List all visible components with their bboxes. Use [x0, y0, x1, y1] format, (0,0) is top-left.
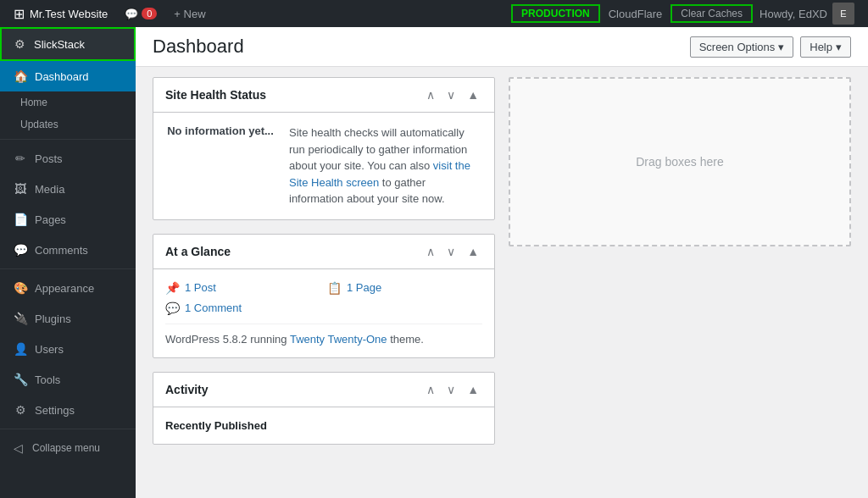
production-badge[interactable]: PRODUCTION: [511, 4, 600, 23]
health-description: Site health checks will automatically ru…: [289, 125, 482, 208]
howdy-menu[interactable]: Howdy, EdXD E: [753, 3, 861, 25]
page-header: Dashboard Screen Options ▾ Help ▾: [136, 27, 868, 67]
howdy-label: Howdy, EdXD: [760, 8, 827, 20]
sidebar-item-tools[interactable]: 🔧 Tools: [0, 364, 136, 395]
site-name-link[interactable]: ⊞ Mr.Test Website: [7, 6, 114, 22]
sidebar-subitem-home[interactable]: Home: [0, 91, 136, 113]
screen-options-label: Screen Options: [699, 41, 776, 53]
slickstack-label: SlickStack: [34, 38, 85, 51]
new-content-link[interactable]: + New: [167, 8, 212, 20]
sidebar-item-users[interactable]: 👤 Users: [0, 334, 136, 364]
posts-icon: ✏: [13, 152, 28, 165]
activity-close-icon[interactable]: ▲: [464, 381, 482, 398]
collapse-menu-button[interactable]: ◁ Collapse menu: [0, 433, 136, 463]
at-a-glance-header: At a Glance ∧ ∨ ▲: [153, 235, 494, 269]
appearance-label: Appearance: [35, 282, 94, 295]
activity-collapse-up-icon[interactable]: ∧: [423, 381, 438, 398]
clear-caches-button[interactable]: Clear Caches: [670, 4, 753, 23]
site-health-title: Site Health Status: [165, 88, 266, 102]
pages-icon: 📄: [13, 213, 28, 226]
right-column: Drag boxes here: [509, 77, 851, 445]
sidebar-item-appearance[interactable]: 🎨 Appearance: [0, 273, 136, 303]
dashboard-label: Dashboard: [35, 70, 89, 83]
site-health-collapse-down-icon[interactable]: ∨: [443, 86, 459, 103]
home-label: Home: [20, 97, 47, 108]
pages-label: Pages: [35, 213, 66, 226]
sidebar-item-plugins[interactable]: 🔌 Plugins: [0, 303, 136, 334]
help-chevron-icon: ▾: [836, 41, 842, 53]
glance-theme-link[interactable]: Twenty Twenty-One: [290, 333, 387, 346]
glance-comments: 💬 1 Comment: [165, 302, 320, 315]
health-content: No information yet... Site health checks…: [165, 125, 482, 208]
site-health-body: No information yet... Site health checks…: [153, 113, 494, 219]
help-button[interactable]: Help ▾: [800, 36, 851, 58]
settings-label: Settings: [35, 404, 75, 417]
glance-comments-link[interactable]: 1 Comment: [185, 302, 242, 314]
comments-sidebar-icon: 💬: [13, 243, 28, 257]
activity-collapse-down-icon[interactable]: ∨: [443, 381, 459, 398]
cloudflare-button[interactable]: CloudFlare: [600, 8, 671, 20]
glance-posts: 📌 1 Post: [165, 281, 320, 295]
comment-icon: 💬: [125, 8, 138, 20]
menu-divider-2: [0, 268, 136, 269]
collapse-icon: ◁: [10, 441, 25, 455]
wp-logo-icon: ⊞: [14, 6, 25, 22]
at-a-glance-widget: At a Glance ∧ ∨ ▲ 📌 1 Post: [153, 234, 495, 358]
plugins-label: Plugins: [35, 313, 71, 325]
pages-glance-icon: 📋: [327, 281, 342, 295]
comments-label: Comments: [35, 244, 88, 257]
help-label: Help: [810, 41, 832, 53]
menu-divider-1: [0, 139, 136, 140]
glance-stats: 📌 1 Post 📋 1 Page 💬 1 Comment: [165, 281, 482, 315]
comment-glance-icon: 💬: [165, 302, 180, 315]
glance-pages: 📋 1 Page: [327, 281, 482, 295]
updates-label: Updates: [20, 119, 58, 130]
tools-label: Tools: [35, 374, 60, 386]
dashboard-wrap: Site Health Status ∧ ∨ ▲ No information …: [136, 67, 868, 455]
sidebar-item-posts[interactable]: ✏ Posts: [0, 143, 136, 174]
comments-link[interactable]: 💬 0: [118, 8, 164, 20]
at-a-glance-collapse-up-icon[interactable]: ∧: [423, 243, 438, 260]
at-a-glance-collapse-down-icon[interactable]: ∨: [443, 243, 459, 260]
sidebar-item-comments[interactable]: 💬 Comments: [0, 235, 136, 265]
sidebar-item-dashboard[interactable]: 🏠 Dashboard: [0, 61, 136, 91]
new-label: + New: [174, 8, 205, 20]
glance-pages-link[interactable]: 1 Page: [347, 281, 381, 294]
site-health-widget: Site Health Status ∧ ∨ ▲ No information …: [153, 77, 495, 220]
at-a-glance-title: At a Glance: [165, 245, 231, 258]
activity-body: Recently Published: [153, 407, 494, 444]
sidebar-item-settings[interactable]: ⚙ Settings: [0, 395, 136, 425]
site-health-header: Site Health Status ∧ ∨ ▲: [153, 78, 494, 113]
admin-sidebar: ⚙ SlickStack 🏠 Dashboard Home Updates ✏ …: [0, 27, 136, 498]
site-health-collapse-up-icon[interactable]: ∧: [423, 86, 438, 103]
recently-published-label: Recently Published: [165, 419, 482, 432]
sidebar-subitem-updates[interactable]: Updates: [0, 113, 136, 136]
posts-label: Posts: [35, 152, 63, 165]
activity-widget: Activity ∧ ∨ ▲ Recently Published: [153, 372, 495, 445]
health-no-info: No information yet...: [165, 125, 275, 137]
sidebar-item-media[interactable]: 🖼 Media: [0, 174, 136, 204]
sidebar-item-pages[interactable]: 📄 Pages: [0, 204, 136, 235]
activity-controls: ∧ ∨ ▲: [423, 381, 482, 398]
glance-footer: WordPress 5.8.2 running Twenty Twenty-On…: [165, 324, 482, 346]
menu-divider-3: [0, 429, 136, 429]
screen-options-button[interactable]: Screen Options ▾: [690, 36, 794, 58]
main-content: Dashboard Screen Options ▾ Help ▾: [136, 27, 868, 498]
site-health-controls: ∧ ∨ ▲: [423, 86, 482, 103]
comment-count: 0: [142, 8, 157, 19]
dashboard-icon: 🏠: [13, 69, 28, 83]
glance-posts-link[interactable]: 1 Post: [185, 281, 216, 294]
admin-bar: ⊞ Mr.Test Website 💬 0 + New PRODUCTION C…: [0, 0, 868, 27]
tools-icon: 🔧: [13, 373, 28, 386]
plugins-icon: 🔌: [13, 312, 28, 325]
media-icon: 🖼: [13, 182, 28, 196]
header-buttons: Screen Options ▾ Help ▾: [690, 36, 851, 58]
sidebar-item-slickstack[interactable]: ⚙ SlickStack: [0, 27, 136, 61]
site-health-close-icon[interactable]: ▲: [464, 86, 482, 103]
users-label: Users: [35, 343, 64, 356]
collapse-label: Collapse menu: [32, 442, 100, 454]
at-a-glance-body: 📌 1 Post 📋 1 Page 💬 1 Comment: [153, 269, 494, 357]
activity-header: Activity ∧ ∨ ▲: [153, 373, 494, 407]
screen-options-chevron-icon: ▾: [778, 41, 784, 53]
at-a-glance-close-icon[interactable]: ▲: [464, 243, 482, 260]
